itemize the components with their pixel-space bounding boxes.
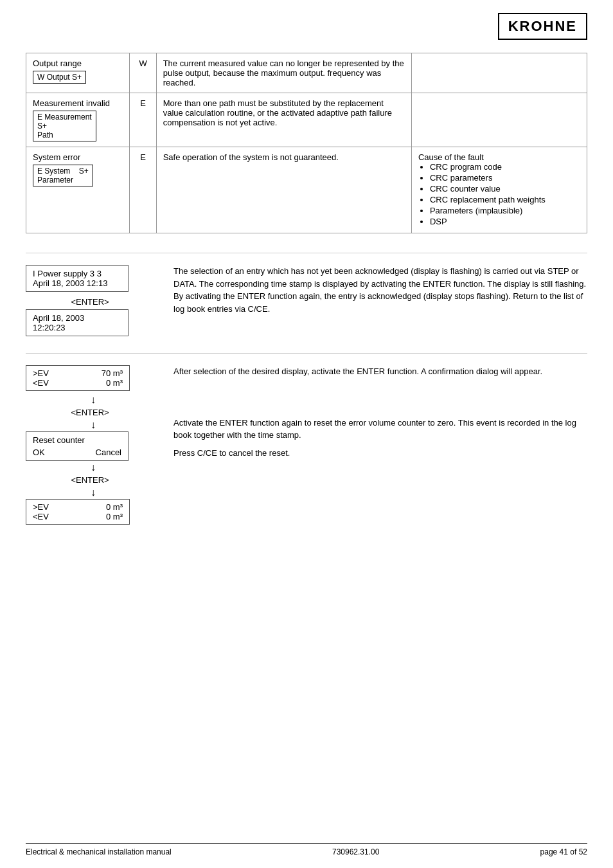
row1-badge: W Output S+ <box>33 71 86 84</box>
ev-descriptions: After selection of the desired display, … <box>173 365 587 459</box>
row2-label-cell: Measurement invalid E MeasurementS+Path <box>26 93 130 147</box>
ev-row1-label: >EV <box>33 368 49 378</box>
ev-row-1: >EV 70 m³ <box>33 368 123 378</box>
cause-item: CRC parameters <box>430 173 580 183</box>
arrow-down-3: ↓ <box>32 462 154 473</box>
row3-description: Safe operation of the system is not guar… <box>156 147 411 233</box>
row3-label: System error <box>33 152 123 162</box>
logbook-enter-1: <ENTER> <box>26 297 154 307</box>
lcd2-line1: April 18, 2003 <box>33 313 121 323</box>
ev2-row2-label: <EV <box>33 512 49 521</box>
logo-area: KROHNE <box>26 13 587 40</box>
cause-list: CRC program code CRC parameters CRC coun… <box>418 162 580 226</box>
row1-type: W <box>130 53 156 93</box>
section-divider-1 <box>26 253 587 253</box>
row3-badge: E System S+Parameter <box>33 165 93 186</box>
row2-description: More than one path must be substituted b… <box>156 93 411 147</box>
reset-ok: OK <box>33 448 45 457</box>
logbook-lcd1: I Power supply 3 3 April 18, 2003 12:13 <box>26 265 129 292</box>
cause-title: Cause of the fault <box>418 152 580 162</box>
footer-left: Electrical & mechanical installation man… <box>26 847 172 856</box>
ev2-row-1: >EV 0 m³ <box>33 502 123 512</box>
ev-row2-value: 0 m³ <box>106 378 123 388</box>
ev-diagram: >EV 70 m³ <EV 0 m³ ↓ <ENTER> ↓ Reset cou… <box>26 365 154 527</box>
footer-right: page 41 of 52 <box>540 847 587 856</box>
table-row: Output range W Output S+ W The current m… <box>26 53 587 93</box>
cause-item: CRC replacement path weights <box>430 195 580 204</box>
ev-enter-2: <ENTER> <box>26 475 154 485</box>
logbook-lcd2: April 18, 2003 12:20:23 <box>26 309 129 336</box>
reset-box: Reset counter OK Cancel <box>26 431 129 461</box>
footer-center: 730962.31.00 <box>332 847 379 856</box>
ev-section: >EV 70 m³ <EV 0 m³ ↓ <ENTER> ↓ Reset cou… <box>26 365 587 527</box>
ev2-row2-value: 0 m³ <box>106 512 123 521</box>
arrow-down-4: ↓ <box>32 487 154 498</box>
lcd1-line1: I Power supply 3 3 <box>33 269 121 278</box>
table-row: Measurement invalid E MeasurementS+Path … <box>26 93 587 147</box>
ev-box-2: >EV 0 m³ <EV 0 m³ <box>26 499 130 525</box>
main-table: Output range W Output S+ W The current m… <box>26 53 587 233</box>
row3-cause-cell: Cause of the fault CRC program code CRC … <box>411 147 587 233</box>
ev2-row1-value: 0 m³ <box>106 502 123 512</box>
logbook-diagram: I Power supply 3 3 April 18, 2003 12:13 … <box>26 265 154 339</box>
logbook-description: The selection of an entry which has not … <box>173 265 587 315</box>
row2-type: E <box>130 93 156 147</box>
ev-desc-2: Activate the ENTER function again to res… <box>173 417 587 442</box>
lcd1-line2: April 18, 2003 12:13 <box>33 278 121 288</box>
row1-cause <box>411 53 587 93</box>
row3-type: E <box>130 147 156 233</box>
row2-cause <box>411 93 587 147</box>
reset-cancel: Cancel <box>96 448 121 457</box>
row2-label: Measurement invalid <box>33 98 123 108</box>
row1-label: Output range <box>33 59 123 68</box>
row1-description: The current measured value can no longer… <box>156 53 411 93</box>
arrow-down-2: ↓ <box>32 420 154 430</box>
row1-label-cell: Output range W Output S+ <box>26 53 130 93</box>
ev-desc-1: After selection of the desired display, … <box>173 365 587 378</box>
row2-badge: E MeasurementS+Path <box>33 111 96 141</box>
lcd2-line2: 12:20:23 <box>33 323 121 332</box>
cause-item: CRC program code <box>430 162 580 172</box>
cause-item: DSP <box>430 217 580 226</box>
ev-row-2: <EV 0 m³ <box>33 378 123 388</box>
table-row: System error E System S+Parameter E Safe… <box>26 147 587 233</box>
ev-desc-3: Press C/CE to cancel the reset. <box>173 447 587 460</box>
ev2-row1-label: >EV <box>33 502 49 512</box>
arrow-down-1: ↓ <box>32 395 154 405</box>
logbook-section: I Power supply 3 3 April 18, 2003 12:13 … <box>26 265 587 339</box>
row3-label-cell: System error E System S+Parameter <box>26 147 130 233</box>
krohne-logo: KROHNE <box>498 13 587 40</box>
page-footer: Electrical & mechanical installation man… <box>26 843 587 856</box>
section-divider-2 <box>26 353 587 354</box>
reset-title: Reset counter <box>33 435 121 445</box>
cause-item: CRC counter value <box>430 184 580 194</box>
cause-item: Parameters (implausible) <box>430 206 580 215</box>
ev-row1-value: 70 m³ <box>102 368 123 378</box>
ev-box-1: >EV 70 m³ <EV 0 m³ <box>26 365 130 391</box>
ev2-row-2: <EV 0 m³ <box>33 512 123 521</box>
ev-row2-label: <EV <box>33 378 49 388</box>
ev-enter-1: <ENTER> <box>26 408 154 417</box>
reset-buttons: OK Cancel <box>33 448 121 457</box>
